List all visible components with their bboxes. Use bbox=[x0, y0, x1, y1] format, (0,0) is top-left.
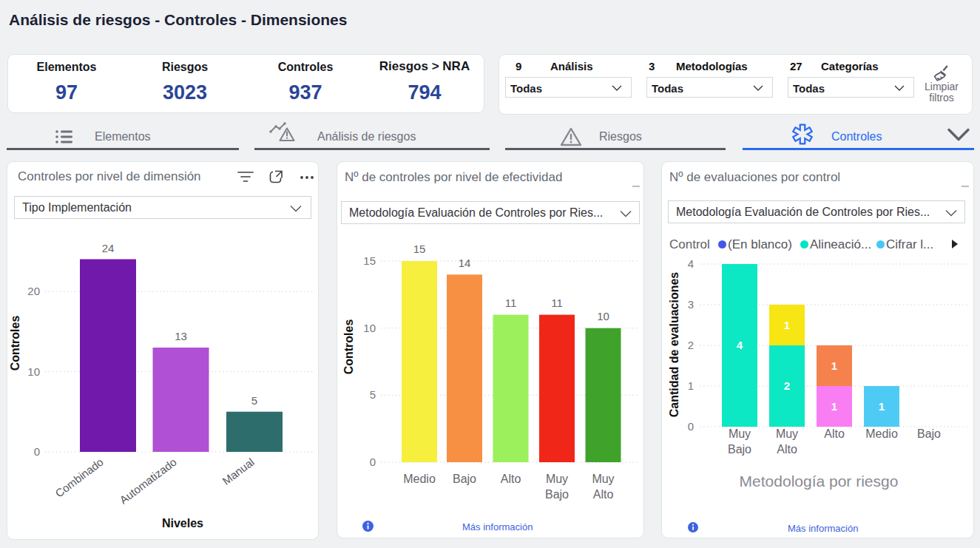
svg-text:10: 10 bbox=[597, 310, 609, 322]
svg-text:1: 1 bbox=[831, 400, 837, 413]
svg-text:13: 13 bbox=[175, 330, 187, 342]
svg-text:10: 10 bbox=[363, 322, 376, 334]
svg-text:Medio: Medio bbox=[403, 473, 436, 485]
svg-text:15: 15 bbox=[413, 243, 426, 255]
svg-text:Alto: Alto bbox=[501, 473, 521, 485]
svg-text:11: 11 bbox=[551, 297, 563, 309]
svg-text:1: 1 bbox=[831, 359, 837, 372]
svg-text:Combinado: Combinado bbox=[53, 456, 106, 500]
svg-text:Cantidad de evaluaciones: Cantidad de evaluaciones bbox=[668, 272, 680, 418]
svg-text:11: 11 bbox=[505, 297, 517, 309]
svg-text:10: 10 bbox=[27, 365, 40, 378]
svg-text:1: 1 bbox=[879, 400, 885, 413]
svg-text:4: 4 bbox=[737, 339, 743, 351]
svg-text:Muy: Muy bbox=[592, 473, 614, 485]
svg-text:Bajo: Bajo bbox=[453, 473, 476, 485]
svg-text:Muy: Muy bbox=[776, 427, 798, 440]
svg-text:Manual: Manual bbox=[220, 456, 257, 487]
svg-text:Niveles: Niveles bbox=[162, 517, 203, 530]
svg-text:3: 3 bbox=[688, 298, 694, 311]
svg-text:2: 2 bbox=[784, 379, 790, 392]
svg-text:Alto: Alto bbox=[593, 488, 614, 501]
svg-text:Controles: Controles bbox=[9, 316, 21, 371]
svg-text:0: 0 bbox=[34, 445, 40, 458]
svg-text:Medio: Medio bbox=[865, 427, 898, 440]
svg-text:Metodología por riesgo: Metodología por riesgo bbox=[740, 473, 899, 490]
svg-text:Automatizado: Automatizado bbox=[117, 456, 178, 507]
svg-text:4: 4 bbox=[688, 257, 694, 270]
svg-text:Muy: Muy bbox=[729, 427, 751, 440]
svg-text:Alto: Alto bbox=[824, 427, 845, 440]
svg-text:0: 0 bbox=[688, 420, 694, 433]
svg-text:Bajo: Bajo bbox=[917, 427, 941, 440]
svg-text:2: 2 bbox=[688, 339, 694, 351]
svg-text:Bajo: Bajo bbox=[728, 443, 751, 456]
svg-text:0: 0 bbox=[370, 456, 376, 468]
svg-text:20: 20 bbox=[27, 285, 40, 297]
svg-text:24: 24 bbox=[102, 242, 115, 254]
svg-text:14: 14 bbox=[459, 257, 471, 269]
svg-text:5: 5 bbox=[370, 388, 376, 401]
svg-text:5: 5 bbox=[251, 394, 257, 407]
svg-text:1: 1 bbox=[688, 379, 694, 392]
svg-text:Controles: Controles bbox=[342, 319, 355, 375]
svg-text:15: 15 bbox=[363, 254, 376, 267]
svg-text:1: 1 bbox=[784, 319, 790, 331]
svg-text:Alto: Alto bbox=[777, 443, 797, 456]
svg-text:Muy: Muy bbox=[546, 473, 568, 485]
svg-text:Bajo: Bajo bbox=[545, 488, 569, 501]
